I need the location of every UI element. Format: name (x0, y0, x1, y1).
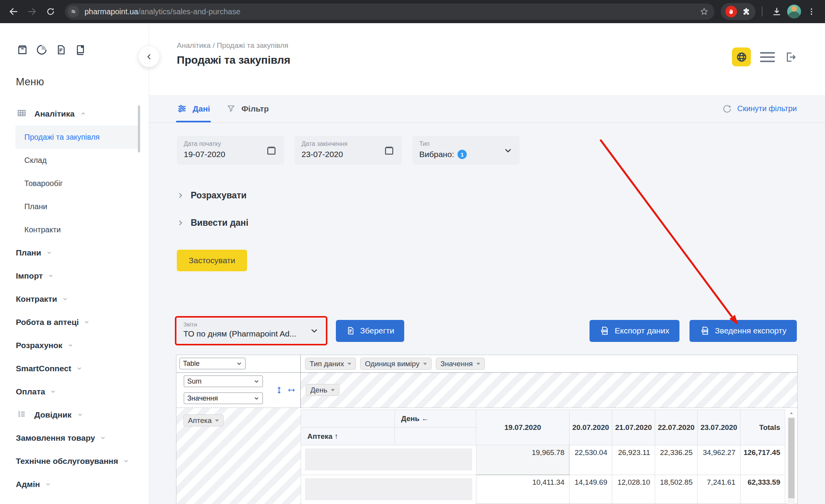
sidebar-item-label: Аналітика (34, 109, 75, 118)
sidebar-collapse-button[interactable] (139, 46, 159, 67)
renderer-value: Table (183, 360, 200, 368)
sidebar-item-pharmacy-work[interactable]: Робота в аптеці (0, 311, 149, 334)
report-document-icon[interactable] (55, 44, 67, 57)
header-actions (732, 47, 797, 66)
sidebar-item-turnover[interactable]: Товарообіг (0, 172, 149, 195)
pivot-col-attrs: День (301, 373, 797, 408)
column-header: 20.07.2020 (569, 410, 612, 445)
sidebar-item-sales-and-purchase[interactable]: Продажі та закупівля (15, 125, 139, 149)
reset-filters-link[interactable]: Скинути фільтри (722, 104, 797, 114)
sidebar-item-warehouse[interactable]: Склад (0, 149, 149, 172)
table-scrollbar[interactable] (788, 409, 795, 504)
date-end-label: Дата закінчення (302, 140, 395, 147)
redaction-box (305, 478, 472, 500)
book-icon[interactable] (75, 44, 86, 57)
sidebar-item-label: SmartConnect (16, 364, 71, 373)
downloads-icon[interactable] (769, 3, 785, 20)
chevron-down-icon (76, 364, 82, 373)
sidebar-item-label: Робота в аптеці (16, 318, 79, 327)
chevron-down-icon (310, 326, 319, 335)
address-bar[interactable]: pharmapoint.ua/analytics/sales-and-purch… (65, 3, 715, 20)
tab-label: Фільтр (241, 104, 269, 113)
calendar-icon[interactable] (266, 145, 277, 156)
attr-pill-unit[interactable]: Одиниця виміру (360, 358, 431, 370)
sidebar-item-analytics[interactable]: Аналітика (0, 102, 149, 125)
section-output-toggle[interactable]: Вивести дані (177, 218, 248, 228)
sidebar-item-directory[interactable]: Довідник (0, 403, 149, 426)
date-end-field[interactable]: Дата закінчення 23-07-2020 (295, 136, 402, 165)
date-end-value: 23-07-2020 (302, 150, 395, 159)
aggregator-select[interactable]: Sum (184, 375, 263, 387)
pie-chart-icon[interactable] (36, 44, 47, 57)
chevron-right-icon (177, 192, 184, 199)
tab-filter[interactable]: Фільтр (226, 95, 269, 122)
sidebar-menu: Аналітика Продажі та закупівля Склад Тов… (0, 102, 149, 496)
hamburger-menu-icon[interactable] (760, 52, 775, 62)
tab-data[interactable]: Дані (177, 95, 210, 122)
type-select-field[interactable]: Тип Вибрано:1 (412, 136, 520, 165)
adblock-extension-icon[interactable] (725, 6, 737, 17)
calendar-icon[interactable] (383, 145, 395, 156)
date-start-field[interactable]: Дата початку 19-07-2020 (177, 136, 284, 165)
reports-dropdown[interactable]: Звіти ТО по дням (Pharmapoint Ad... (177, 318, 325, 343)
funnel-icon (226, 104, 236, 113)
sidebar-item-smartconnect[interactable]: SmartConnect (0, 357, 149, 380)
section-calculate-toggle[interactable]: Розрахувати (177, 190, 247, 201)
chevron-down-icon (46, 248, 52, 257)
row-label-redacted (301, 475, 476, 504)
row-axis-header[interactable]: Аптека ↑ (301, 428, 395, 445)
extensions-area (721, 3, 756, 20)
sidebar-item-calculation[interactable]: Розрахунок (0, 334, 149, 357)
aggregator-order-arrows (275, 386, 296, 396)
archive-box-icon[interactable] (17, 44, 28, 57)
extensions-puzzle-icon[interactable] (742, 7, 751, 16)
attr-label: Тип даних (310, 360, 344, 368)
bookmark-star-icon[interactable] (699, 7, 709, 17)
sidebar-scrollbar-thumb[interactable] (138, 105, 140, 152)
language-globe-button[interactable] (732, 47, 751, 66)
attr-label: День (310, 386, 327, 394)
sidebar-item-plans[interactable]: Плани (0, 241, 149, 264)
arrows-vertical-icon[interactable] (275, 386, 283, 396)
profile-avatar[interactable] (787, 5, 801, 19)
sidebar-item-import[interactable]: Імпорт (0, 264, 149, 288)
sidebar-item-contracts[interactable]: Контракти (0, 288, 149, 311)
renderer-select[interactable]: Table (180, 358, 246, 369)
attr-pill-data-type[interactable]: Тип даних (305, 358, 356, 370)
scrollbar-thumb[interactable] (788, 418, 795, 498)
spacer-cell (395, 428, 476, 445)
export-summary-label: Зведення експорту (715, 326, 786, 335)
pivot-table: Table Тип даних Одиниця виміру Значення … (176, 355, 798, 504)
sidebar-item-contracts-sub[interactable]: Контракти (0, 218, 149, 241)
browser-toolbar: pharmapoint.ua/analytics/sales-and-purch… (0, 0, 825, 23)
column-header: 22.07.2020 (655, 410, 698, 445)
aggregator-arg-select[interactable]: Значення (184, 392, 263, 404)
attr-pill-day[interactable]: День (306, 384, 339, 396)
sidebar-item-payment[interactable]: Оплата (0, 380, 149, 403)
scrollbar-up-icon[interactable] (788, 409, 795, 417)
save-button[interactable]: Зберегти (336, 320, 404, 342)
browser-menu-icon[interactable] (803, 3, 820, 20)
annotation-highlight-box: Звіти ТО по дням (Pharmapoint Ad... (175, 316, 327, 345)
browser-back-button[interactable] (5, 3, 22, 20)
sidebar-item-plans-sub[interactable]: Плани (0, 195, 149, 218)
browser-reload-button[interactable] (42, 3, 59, 20)
sidebar-item-admin[interactable]: Адмін (0, 473, 149, 496)
sidebar-item-label: Замовлення товару (16, 433, 95, 443)
arrows-horizontal-icon[interactable] (287, 386, 296, 396)
attr-pill-pharmacy[interactable]: Аптека (183, 414, 224, 426)
value-cell: 18,502.85 (655, 475, 698, 504)
sidebar-item-maintenance[interactable]: Технічне обслуговування (0, 450, 149, 473)
pivot-output: День ← 19.07.2020 20.07.2020 21.07.2020 … (301, 408, 797, 504)
browser-forward-button[interactable] (24, 3, 40, 20)
export-summary-button[interactable]: Зведення експорту (689, 320, 797, 342)
tab-label: Дані (193, 104, 210, 113)
attr-pill-value[interactable]: Значення (436, 358, 485, 370)
pivot-unused-attrs: Тип даних Одиниця виміру Значення (301, 355, 797, 373)
col-axis-header[interactable]: День ← (395, 410, 476, 428)
logout-icon[interactable] (784, 51, 797, 64)
export-data-button[interactable]: Експорт даних (590, 320, 679, 342)
site-info-icon[interactable] (68, 6, 79, 17)
sidebar-item-goods-order[interactable]: Замовлення товару (0, 426, 149, 450)
apply-button[interactable]: Застосувати (177, 250, 247, 271)
